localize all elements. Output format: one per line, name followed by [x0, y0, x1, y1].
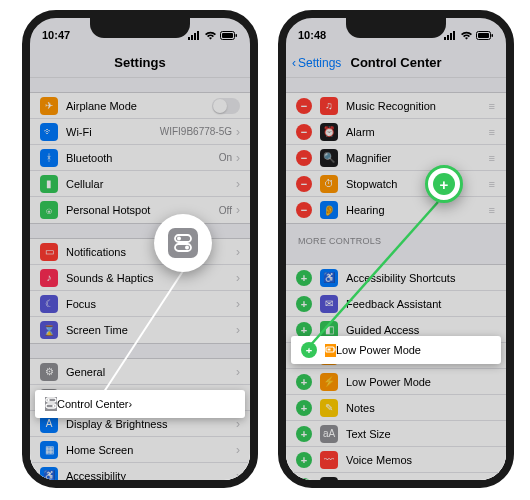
chevron-right-icon: ›: [236, 151, 240, 165]
add-button[interactable]: +: [296, 426, 312, 442]
screentime-icon: ⌛: [40, 321, 58, 339]
row-controlcenter-highlight[interactable]: Control Center ›: [35, 390, 245, 418]
row-focus[interactable]: ☾Focus›: [30, 291, 250, 317]
toggle[interactable]: [212, 98, 240, 114]
nav-bar: Settings: [30, 48, 250, 78]
reorder-grip-icon[interactable]: ≡: [489, 204, 496, 216]
row-general[interactable]: ⚙General›: [30, 359, 250, 385]
back-button[interactable]: ‹ Settings: [292, 56, 341, 70]
callout-add: +: [425, 165, 463, 203]
add-button[interactable]: +: [301, 342, 317, 358]
back-label: Settings: [298, 56, 341, 70]
row-label: Bluetooth: [66, 152, 219, 164]
row-label: Accessibility: [66, 470, 236, 482]
row-airplane[interactable]: ✈Airplane Mode: [30, 93, 250, 119]
row-magnifier[interactable]: −🔍Magnifier≡: [286, 145, 506, 171]
cellular-signal-icon: [444, 31, 457, 40]
cellular-icon: ▮: [40, 175, 58, 193]
chevron-right-icon: ›: [129, 398, 133, 410]
row-hotspot[interactable]: ⍟Personal HotspotOff›: [30, 197, 250, 223]
row-voicememos[interactable]: +〰Voice Memos: [286, 447, 506, 473]
svg-rect-17: [447, 35, 449, 40]
row-label: Notes: [346, 402, 496, 414]
add-button[interactable]: +: [296, 400, 312, 416]
row-hearing[interactable]: −👂Hearing≡: [286, 197, 506, 223]
reorder-grip-icon[interactable]: ≡: [489, 126, 496, 138]
svg-rect-1: [191, 35, 193, 40]
reorder-grip-icon[interactable]: ≡: [489, 178, 496, 190]
row-lowpower-highlight[interactable]: + Low Power Mode: [291, 336, 501, 364]
row-label: Airplane Mode: [66, 100, 212, 112]
chevron-right-icon: ›: [236, 443, 240, 457]
notch: [90, 18, 190, 38]
row-stopwatch[interactable]: −⏱Stopwatch≡: [286, 171, 506, 197]
controlcenter-icon: [45, 397, 57, 411]
chevron-right-icon: ›: [236, 417, 240, 431]
wifi-icon: ᯤ: [40, 123, 58, 141]
add-button[interactable]: +: [296, 374, 312, 390]
row-label: Wi-Fi: [66, 126, 160, 138]
row-label: Screen Time: [66, 324, 236, 336]
lowpower-icon: ⚡: [320, 373, 338, 391]
row-bluetooth[interactable]: ᚼBluetoothOn›: [30, 145, 250, 171]
row-label: Magnifier: [346, 152, 489, 164]
controlcenter-list[interactable]: −♫Music Recognition≡−⏰Alarm≡−🔍Magnifier≡…: [286, 78, 506, 488]
row-notes[interactable]: +✎Notes: [286, 395, 506, 421]
reorder-grip-icon[interactable]: ≡: [489, 100, 496, 112]
remove-button[interactable]: −: [296, 202, 312, 218]
add-button[interactable]: +: [296, 296, 312, 312]
row-wallet[interactable]: +▭Wallet: [286, 473, 506, 488]
row-label: Low Power Mode: [336, 344, 421, 356]
remove-button[interactable]: −: [296, 150, 312, 166]
row-lowpower[interactable]: +⚡Low Power Mode: [286, 369, 506, 395]
row-label: Focus: [66, 298, 236, 310]
status-time: 10:47: [42, 29, 70, 41]
a11yshort-icon: ♿: [320, 269, 338, 287]
row-textsize[interactable]: +aAText Size: [286, 421, 506, 447]
accessibility-icon: ♿: [40, 467, 58, 485]
general-icon: ⚙: [40, 363, 58, 381]
svg-point-10: [52, 405, 54, 407]
svg-rect-5: [222, 33, 233, 38]
row-label: Personal Hotspot: [66, 204, 219, 216]
remove-button[interactable]: −: [296, 98, 312, 114]
airplane-icon: ✈: [40, 97, 58, 115]
row-a11yshort[interactable]: +♿Accessibility Shortcuts: [286, 265, 506, 291]
row-music[interactable]: −♫Music Recognition≡: [286, 93, 506, 119]
row-screentime[interactable]: ⌛Screen Time›: [30, 317, 250, 343]
row-label: Stopwatch: [346, 178, 489, 190]
row-homescreen[interactable]: ▦Home Screen›: [30, 437, 250, 463]
row-feedback[interactable]: +✉Feedback Assistant: [286, 291, 506, 317]
wifi-icon: [460, 31, 473, 40]
wifi-icon: [204, 31, 217, 40]
nav-title: Settings: [114, 55, 165, 70]
add-button[interactable]: +: [296, 452, 312, 468]
nav-bar: ‹ Settings Control Center: [286, 48, 506, 78]
row-label: Display & Brightness: [66, 418, 236, 430]
add-button[interactable]: +: [296, 270, 312, 286]
remove-button[interactable]: −: [296, 124, 312, 140]
alarm-icon: ⏰: [320, 123, 338, 141]
row-label: Hearing: [346, 204, 489, 216]
settings-list[interactable]: ✈Airplane ModeᯤWi-FiWIFI9B6778-5G›ᚼBluet…: [30, 78, 250, 488]
focus-icon: ☾: [40, 295, 58, 313]
cellular-signal-icon: [188, 31, 201, 40]
reorder-grip-icon[interactable]: ≡: [489, 152, 496, 164]
svg-point-14: [185, 246, 189, 250]
notifications-icon: ▭: [40, 243, 58, 261]
row-accessibility[interactable]: ♿Accessibility›: [30, 463, 250, 488]
magnifier-icon: 🔍: [320, 149, 338, 167]
svg-rect-2: [194, 33, 196, 40]
row-notifications[interactable]: ▭Notifications›: [30, 239, 250, 265]
remove-button[interactable]: −: [296, 176, 312, 192]
row-label: General: [66, 366, 236, 378]
status-time: 10:48: [298, 29, 326, 41]
svg-rect-18: [450, 33, 452, 40]
wallet-icon: ▭: [320, 477, 338, 488]
row-wifi[interactable]: ᯤWi-FiWIFI9B6778-5G›: [30, 119, 250, 145]
add-button[interactable]: +: [296, 478, 312, 488]
row-alarm[interactable]: −⏰Alarm≡: [286, 119, 506, 145]
row-sounds[interactable]: ♪Sounds & Haptics›: [30, 265, 250, 291]
row-cellular[interactable]: ▮Cellular›: [30, 171, 250, 197]
row-label: Sounds & Haptics: [66, 272, 236, 284]
